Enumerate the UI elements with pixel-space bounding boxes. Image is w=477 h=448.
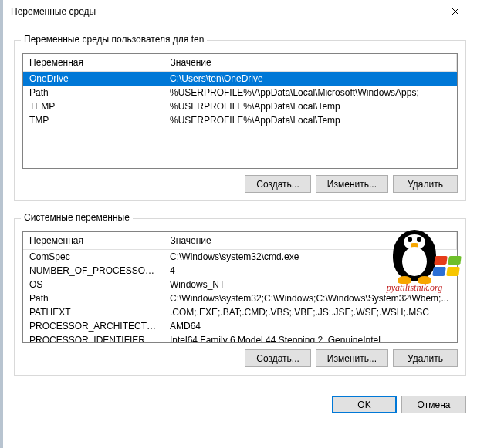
sys-row[interactable]: ComSpecC:\Windows\system32\cmd.exe [23, 250, 457, 264]
window-title: Переменные среды [11, 6, 96, 17]
sys-col-value[interactable]: Значение [164, 232, 457, 250]
user-cell-value: C:\Users\ten\OneDrive [164, 72, 457, 86]
user-edit-button[interactable]: Изменить... [316, 175, 388, 193]
user-vars-group: Переменные среды пользователя для ten Пе… [14, 40, 466, 201]
system-vars-group: Системные переменные Переменная Значение… [14, 218, 466, 376]
system-vars-table: Переменная Значение ComSpecC:\Windows\sy… [23, 232, 457, 343]
user-vars-buttons: Создать... Изменить... Удалить [22, 175, 458, 193]
user-cell-value: %USERPROFILE%\AppData\Local\Microsoft\Wi… [164, 86, 457, 99]
user-col-name[interactable]: Переменная [23, 54, 164, 72]
user-row[interactable]: TMP%USERPROFILE%\AppData\Local\Temp [23, 113, 457, 127]
user-cell-value: %USERPROFILE%\AppData\Local\Temp [164, 99, 457, 113]
user-cell-name: TEMP [23, 99, 164, 113]
user-vars-table-wrap[interactable]: Переменная Значение OneDriveC:\Users\ten… [22, 53, 458, 169]
user-row[interactable]: TEMP%USERPROFILE%\AppData\Local\Temp [23, 99, 457, 113]
sys-edit-button[interactable]: Изменить... [316, 349, 388, 367]
sys-col-name[interactable]: Переменная [23, 232, 164, 250]
user-cell-name: TMP [23, 113, 164, 127]
sys-cell-value: AMD64 [164, 319, 457, 333]
sys-row[interactable]: PROCESSOR_IDENTIFIERIntel64 Family 6 Mod… [23, 333, 457, 343]
ok-button[interactable]: OK [332, 396, 397, 413]
user-row[interactable]: OneDriveC:\Users\ten\OneDrive [23, 72, 457, 86]
sys-cell-name: PROCESSOR_ARCHITECTURE [23, 319, 164, 333]
sys-cell-value: C:\Windows\system32\cmd.exe [164, 250, 457, 264]
system-vars-label: Системные переменные [21, 212, 133, 223]
user-create-button[interactable]: Создать... [245, 175, 311, 193]
sys-row[interactable]: PROCESSOR_ARCHITECTUREAMD64 [23, 319, 457, 333]
sys-cell-value: Windows_NT [164, 278, 457, 291]
system-vars-table-wrap[interactable]: Переменная Значение ComSpecC:\Windows\sy… [22, 231, 458, 343]
sys-cell-name: NUMBER_OF_PROCESSORS [23, 264, 164, 278]
titlebar: Переменные среды [3, 0, 477, 23]
sys-cell-name: PROCESSOR_IDENTIFIER [23, 333, 164, 343]
user-col-value[interactable]: Значение [164, 54, 457, 72]
sys-cell-name: OS [23, 278, 164, 291]
sys-row[interactable]: NUMBER_OF_PROCESSORS4 [23, 264, 457, 278]
sys-cell-name: PATHEXT [23, 305, 164, 319]
sys-cell-value: Intel64 Family 6 Model 44 Stepping 2, Ge… [164, 333, 457, 343]
cancel-button[interactable]: Отмена [401, 396, 466, 413]
sys-cell-name: ComSpec [23, 250, 164, 264]
user-cell-name: Path [23, 86, 164, 99]
user-row[interactable]: Path%USERPROFILE%\AppData\Local\Microsof… [23, 86, 457, 99]
sys-cell-value: .COM;.EXE;.BAT;.CMD;.VBS;.VBE;.JS;.JSE;.… [164, 305, 457, 319]
close-icon [452, 8, 459, 15]
user-delete-button[interactable]: Удалить [393, 175, 458, 193]
sys-row[interactable]: PathC:\Windows\system32;C:\Windows;C:\Wi… [23, 291, 457, 305]
sys-cell-name: Path [23, 291, 164, 305]
sys-row[interactable]: OSWindows_NT [23, 278, 457, 291]
user-vars-table: Переменная Значение OneDriveC:\Users\ten… [23, 54, 457, 127]
user-cell-name: OneDrive [23, 72, 164, 86]
sys-cell-value: 4 [164, 264, 457, 278]
sys-row[interactable]: PATHEXT.COM;.EXE;.BAT;.CMD;.VBS;.VBE;.JS… [23, 305, 457, 319]
sys-cell-value: C:\Windows\system32;C:\Windows;C:\Window… [164, 291, 457, 305]
system-vars-buttons: Создать... Изменить... Удалить [22, 349, 458, 367]
sys-create-button[interactable]: Создать... [245, 349, 311, 367]
user-cell-value: %USERPROFILE%\AppData\Local\Temp [164, 113, 457, 127]
close-button[interactable] [440, 1, 471, 22]
user-vars-label: Переменные среды пользователя для ten [21, 34, 207, 45]
dialog-buttons: OK Отмена [3, 386, 477, 421]
sys-delete-button[interactable]: Удалить [393, 349, 458, 367]
